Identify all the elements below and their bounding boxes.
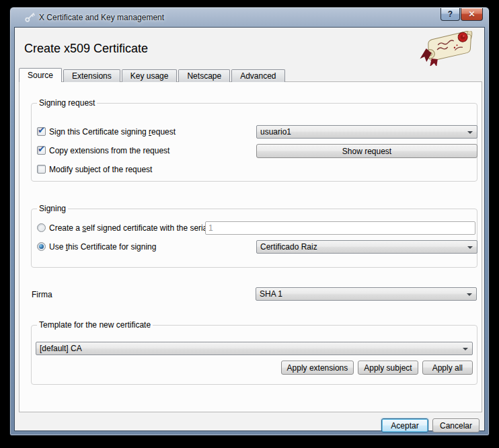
self-signed-label: Create a self signed certificate with th…	[49, 223, 209, 233]
self-signed-radio[interactable]	[37, 223, 46, 232]
apply-subject-label: Apply subject	[364, 363, 412, 373]
template-select-value: [default] CA	[40, 344, 82, 353]
close-icon: ✕	[468, 9, 475, 19]
checkmark-icon	[38, 144, 45, 154]
help-icon: ?	[448, 9, 453, 19]
chevron-down-icon	[467, 131, 473, 134]
modify-subject-checkbox[interactable]	[37, 165, 46, 174]
modify-subject-label: Modify subject of the request	[49, 165, 152, 175]
template-group: Template for the new certificate [defaul…	[31, 325, 477, 385]
sign-csr-label: Sign this Certificate signing request	[49, 127, 176, 137]
serial-input[interactable]	[205, 221, 475, 235]
help-button[interactable]: ?	[440, 8, 460, 21]
tab-bar: Source Extensions Key usage Netscape Adv…	[19, 68, 286, 82]
use-certificate-label: Use this Certificate for signing	[49, 242, 156, 252]
key-icon	[24, 11, 36, 23]
ca-select-value: Certificado Raiz	[260, 242, 317, 252]
apply-all-label: Apply all	[432, 363, 463, 373]
apply-extensions-button[interactable]: Apply extensions	[281, 361, 354, 375]
signature-algorithm-select[interactable]: SHA 1	[256, 287, 477, 301]
template-buttons-row: Apply extensions Apply subject Apply all	[281, 361, 473, 375]
use-certificate-radio[interactable]	[37, 242, 46, 251]
tab-label: Source	[28, 71, 53, 80]
chevron-down-icon	[463, 348, 468, 350]
signing-request-group: Signing request Sign this Certificate si…	[31, 103, 477, 182]
signature-algorithm-value: SHA 1	[260, 289, 282, 299]
cancel-button[interactable]: Cancelar	[432, 418, 479, 433]
radio-dot-icon	[39, 244, 44, 249]
tab-label: Advanced	[240, 71, 276, 81]
csr-select-value: usuario1	[260, 127, 291, 137]
apply-extensions-label: Apply extensions	[287, 363, 348, 373]
ok-label: Aceptar	[391, 421, 418, 431]
tab-label: Key usage	[130, 71, 169, 81]
tab-netscape[interactable]: Netscape	[178, 69, 230, 82]
apply-all-button[interactable]: Apply all	[422, 361, 473, 375]
tab-label: Netscape	[187, 71, 221, 81]
chevron-down-icon	[467, 293, 472, 296]
tab-advanced[interactable]: Advanced	[231, 69, 284, 82]
apply-subject-button[interactable]: Apply subject	[358, 361, 418, 375]
copy-extensions-checkbox[interactable]	[37, 146, 46, 155]
dialog-client-area: Create x509 Certificate Sour	[15, 28, 484, 431]
checkmark-icon	[38, 125, 45, 135]
signing-legend: Signing	[37, 204, 68, 213]
template-select[interactable]: [default] CA	[36, 342, 473, 355]
template-legend: Template for the new certificate	[37, 320, 153, 330]
page-title: Create x509 Certificate	[24, 42, 148, 56]
copy-extensions-label: Copy extensions from the request	[49, 146, 169, 156]
ca-select[interactable]: Certificado Raiz	[256, 240, 477, 254]
ok-button[interactable]: Aceptar	[381, 418, 428, 433]
dialog-window: X Certificate and Key management ? ✕ Cre…	[9, 7, 490, 436]
signing-request-legend: Signing request	[37, 98, 97, 108]
signing-group: Signing Create a self signed certificate…	[31, 209, 477, 268]
tab-label: Extensions	[72, 71, 112, 81]
chevron-down-icon	[467, 246, 473, 249]
sign-csr-checkbox[interactable]	[37, 127, 46, 136]
show-request-button[interactable]: Show request	[256, 144, 477, 158]
csr-select[interactable]: usuario1	[256, 125, 477, 139]
cancel-label: Cancelar	[440, 421, 472, 431]
window-title: X Certificate and Key management	[39, 13, 164, 22]
xca-certificate-logo	[416, 31, 480, 66]
tab-extensions[interactable]: Extensions	[63, 69, 120, 82]
signature-label: Firma	[32, 290, 52, 300]
close-button[interactable]: ✕	[461, 8, 483, 21]
tab-pane-source: Signing request Sign this Certificate si…	[19, 81, 482, 412]
show-request-label: Show request	[342, 147, 391, 156]
tab-source[interactable]: Source	[19, 68, 62, 82]
titlebar[interactable]: X Certificate and Key management ? ✕	[10, 7, 489, 28]
tab-key-usage[interactable]: Key usage	[122, 69, 178, 82]
